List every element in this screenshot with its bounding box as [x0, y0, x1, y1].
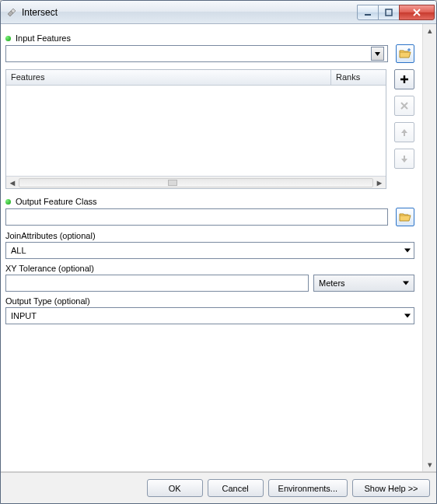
join-attr-label-row: JoinAttributes (optional): [5, 231, 414, 240]
add-row-button[interactable]: [394, 69, 414, 89]
features-table[interactable]: Features Ranks ◄ ►: [5, 69, 386, 189]
output-type-label-row: Output Type (optional): [5, 296, 414, 306]
input-features-label-row: Input Features: [5, 33, 414, 43]
remove-row-button[interactable]: [394, 96, 414, 116]
tool-dialog: Intersect Input Features: [0, 0, 437, 504]
features-side-buttons: [394, 69, 414, 189]
combo-dropdown-button[interactable]: [371, 47, 384, 61]
col-ranks[interactable]: Ranks: [331, 70, 386, 85]
browse-input-button[interactable]: [396, 44, 414, 63]
output-fc-input[interactable]: [5, 208, 388, 226]
browse-output-button[interactable]: [396, 208, 414, 226]
move-down-button[interactable]: [394, 149, 414, 169]
folder-open-icon: [399, 212, 411, 222]
client-area: Input Features: [1, 24, 436, 503]
xytol-unit-value: Meters: [319, 278, 345, 288]
xytol-unit-select[interactable]: Meters: [313, 275, 414, 292]
input-features-label: Input Features: [16, 33, 71, 43]
scroll-track[interactable]: [19, 178, 373, 187]
features-table-body[interactable]: [6, 86, 386, 176]
window-buttons: [358, 5, 435, 20]
parameter-form: Input Features: [1, 24, 422, 471]
arrow-up-icon: [399, 127, 410, 138]
features-hscrollbar[interactable]: ◄ ►: [6, 176, 386, 188]
form-scrollpane: Input Features: [1, 24, 436, 472]
xytol-label-row: XY Tolerance (optional): [5, 264, 414, 273]
scroll-down-icon[interactable]: ▾: [423, 458, 436, 471]
window-title: Intersect: [22, 7, 358, 18]
col-features[interactable]: Features: [6, 70, 331, 85]
titlebar[interactable]: Intersect: [1, 1, 436, 24]
svg-rect-0: [365, 14, 371, 16]
dialog-footer: OK Cancel Environments... Show Help >>: [1, 472, 436, 503]
chevron-down-icon: [404, 314, 411, 318]
svg-rect-1: [386, 9, 392, 16]
join-attr-select[interactable]: ALL: [5, 242, 414, 259]
xytol-label: XY Tolerance (optional): [5, 264, 94, 273]
xytol-input[interactable]: [5, 275, 309, 292]
chevron-down-icon: [404, 249, 411, 253]
scroll-grip[interactable]: [168, 180, 177, 186]
output-type-value: INPUT: [11, 311, 37, 320]
close-button[interactable]: [399, 5, 435, 20]
output-type-label: Output Type (optional): [5, 296, 90, 306]
plus-icon: [399, 74, 410, 85]
show-help-button[interactable]: Show Help >>: [352, 479, 430, 497]
features-table-header: Features Ranks: [6, 70, 386, 86]
ok-button[interactable]: OK: [147, 479, 203, 497]
scroll-up-icon[interactable]: ▴: [423, 24, 436, 37]
arrow-down-icon: [399, 153, 410, 164]
join-attr-label: JoinAttributes (optional): [5, 231, 96, 240]
output-type-select[interactable]: INPUT: [5, 307, 414, 324]
status-dot-icon: [5, 199, 11, 205]
folder-open-icon: [399, 48, 411, 59]
chevron-down-icon: [403, 282, 409, 285]
output-fc-label-row: Output Feature Class: [5, 197, 414, 206]
scroll-right-icon[interactable]: ►: [373, 178, 386, 187]
input-features-combo[interactable]: [5, 45, 388, 62]
minimize-button[interactable]: [357, 5, 379, 20]
output-fc-label: Output Feature Class: [16, 197, 97, 206]
join-attr-value: ALL: [11, 246, 26, 255]
status-dot-icon: [5, 36, 11, 41]
form-vscrollbar[interactable]: ▴ ▾: [422, 24, 436, 471]
hammer-icon: [5, 6, 18, 19]
maximize-button[interactable]: [378, 5, 400, 20]
cancel-button[interactable]: Cancel: [208, 479, 264, 497]
x-icon: [399, 100, 410, 111]
environments-button[interactable]: Environments...: [268, 479, 348, 497]
scroll-left-icon[interactable]: ◄: [6, 178, 19, 187]
move-up-button[interactable]: [394, 122, 414, 142]
